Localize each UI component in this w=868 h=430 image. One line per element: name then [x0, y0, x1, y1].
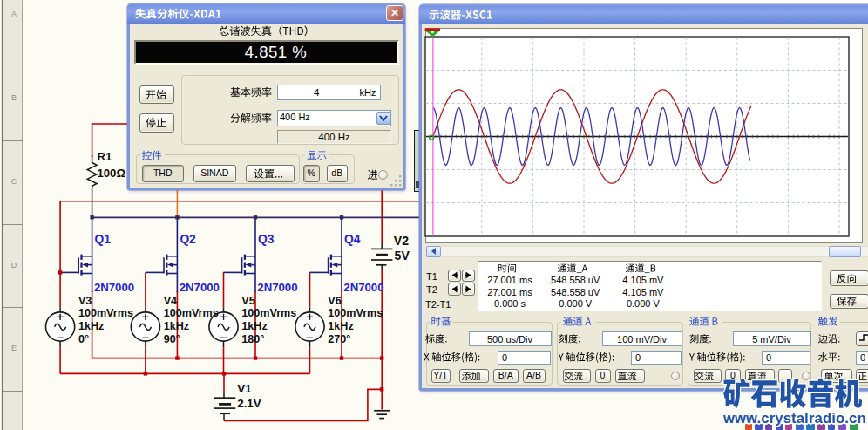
- svg-text:Q3: Q3: [258, 233, 275, 246]
- svg-text:V5: V5: [241, 295, 254, 307]
- svg-text:V2: V2: [394, 234, 409, 248]
- svg-text:V3: V3: [78, 295, 92, 307]
- svg-text:2N7000: 2N7000: [180, 281, 220, 294]
- svg-text:2N7000: 2N7000: [257, 281, 297, 294]
- svg-text:2.1V: 2.1V: [237, 397, 261, 410]
- svg-text:R1: R1: [97, 150, 112, 163]
- svg-text:100mVrms: 100mVrms: [241, 307, 296, 319]
- svg-text:270°: 270°: [328, 333, 350, 345]
- svg-text:100mVrms: 100mVrms: [164, 307, 219, 319]
- svg-text:Q2: Q2: [180, 233, 196, 246]
- svg-text:180°: 180°: [241, 333, 264, 345]
- svg-text:V6: V6: [328, 295, 341, 307]
- svg-text:Q1: Q1: [95, 233, 112, 246]
- svg-text:1kHz: 1kHz: [328, 320, 353, 332]
- svg-text:0°: 0°: [78, 333, 89, 345]
- svg-text:V1: V1: [237, 382, 252, 395]
- svg-text:V4: V4: [164, 295, 177, 307]
- svg-text:1kHz: 1kHz: [164, 320, 189, 332]
- svg-text:2N7000: 2N7000: [343, 281, 383, 294]
- svg-text:100mVrms: 100mVrms: [78, 307, 133, 319]
- svg-text:100mVrms: 100mVrms: [328, 307, 383, 319]
- svg-text:5V: 5V: [395, 249, 410, 263]
- svg-text:Q4: Q4: [344, 233, 361, 246]
- svg-text:100Ω: 100Ω: [97, 167, 125, 180]
- svg-text:2N7000: 2N7000: [94, 281, 134, 294]
- svg-text:1kHz: 1kHz: [241, 320, 267, 332]
- svg-text:90°: 90°: [164, 333, 180, 345]
- svg-text:1kHz: 1kHz: [78, 320, 104, 332]
